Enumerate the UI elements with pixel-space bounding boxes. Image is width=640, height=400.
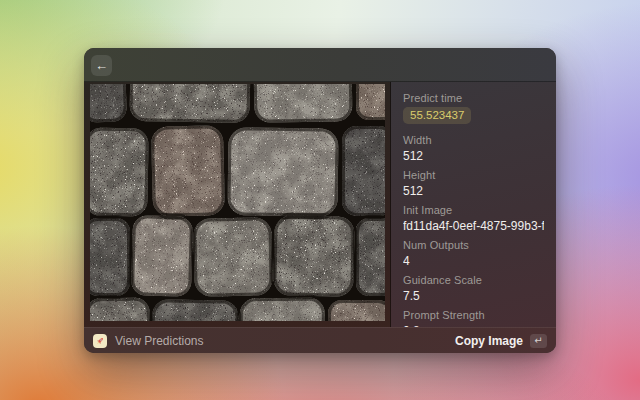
metadata-item-init-image: Init Image fd11da4f-0eef-4875-99b3-f4bf9…	[403, 204, 544, 233]
metadata-label: Num Outputs	[403, 239, 544, 252]
metadata-item-prompt-strength: Prompt Strength 0.8	[403, 309, 544, 327]
prediction-image-cobblestones[interactable]	[90, 84, 385, 321]
prediction-detail-window: ←	[84, 48, 556, 353]
metadata-panel: Predict time 55.523437 Width 512 Height …	[391, 82, 556, 327]
rocket-icon	[93, 334, 107, 348]
view-predictions-label: View Predictions	[115, 334, 204, 348]
metadata-value: 512	[403, 184, 544, 198]
metadata-value: 512	[403, 149, 544, 163]
metadata-item-guidance-scale: Guidance Scale 7.5	[403, 274, 544, 303]
metadata-label: Predict time	[403, 92, 544, 105]
copy-image-button[interactable]: Copy Image ↵	[455, 334, 547, 348]
content-area: Predict time 55.523437 Width 512 Height …	[84, 82, 556, 327]
view-predictions-button[interactable]: View Predictions	[93, 334, 455, 348]
return-key-icon: ↵	[530, 334, 547, 348]
metadata-label: Width	[403, 134, 544, 147]
window-header: ←	[84, 48, 556, 82]
metadata-value: 7.5	[403, 289, 544, 303]
predict-time-badge: 55.523437	[403, 107, 471, 124]
action-bar: View Predictions Copy Image ↵	[84, 327, 556, 353]
arrow-left-icon: ←	[95, 59, 108, 72]
metadata-label: Prompt Strength	[403, 309, 544, 322]
metadata-item-width: Width 512	[403, 134, 544, 163]
metadata-label: Init Image	[403, 204, 544, 217]
metadata-value: fd11da4f-0eef-4875-99b3-f4bf9a...	[403, 219, 544, 233]
metadata-item-height: Height 512	[403, 169, 544, 198]
metadata-item-predict-time: Predict time 55.523437	[403, 92, 544, 128]
copy-image-label: Copy Image	[455, 334, 523, 348]
image-pane	[84, 82, 390, 327]
metadata-label: Guidance Scale	[403, 274, 544, 287]
metadata-label: Height	[403, 169, 544, 182]
back-button[interactable]: ←	[91, 55, 112, 76]
metadata-item-num-outputs: Num Outputs 4	[403, 239, 544, 268]
metadata-value: 4	[403, 254, 544, 268]
return-glyph: ↵	[534, 336, 542, 346]
